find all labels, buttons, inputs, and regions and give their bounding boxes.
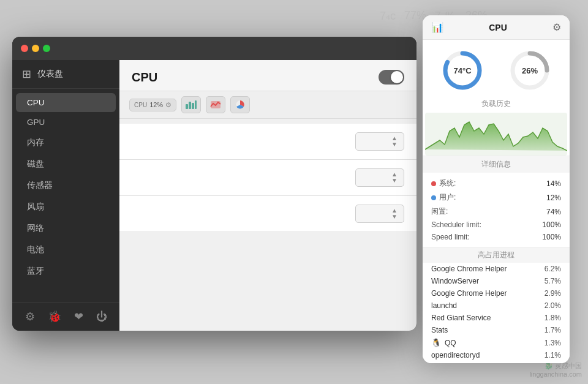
detail-grid: 系统: 14% 用户: 12% 闲置: 74% Scheduler limit:… xyxy=(423,173,570,247)
power-icon[interactable]: ⏻ xyxy=(96,311,107,323)
content-header: CPU xyxy=(119,60,417,91)
process-name-1: WindowServer xyxy=(431,277,479,285)
cpu-widget-badge[interactable]: CPU 12% ⚙ xyxy=(129,99,176,111)
update-interval-select[interactable]: ▲▼ xyxy=(355,132,404,151)
settings-icon-header[interactable]: ⚙ xyxy=(552,21,561,33)
process-count-select[interactable]: ▲▼ xyxy=(355,205,404,223)
watermark: 🐉 灵感中国 lingganchina.com xyxy=(529,361,582,378)
sidebar-item-sensor[interactable]: 传感器 xyxy=(16,175,116,196)
detail-row-scheduler: Scheduler limit: 100% xyxy=(431,219,561,231)
minimize-button[interactable] xyxy=(32,45,39,52)
process-name-2: Google Chrome Helper xyxy=(431,289,507,298)
temp-gauge: 74°C xyxy=(440,48,484,92)
sidebar-label-bluetooth: 蓝牙 xyxy=(27,266,44,277)
heart-icon[interactable]: ❤ xyxy=(74,310,83,323)
gear-icon-small[interactable]: ⚙ xyxy=(165,101,172,109)
process-row-6: 🐧 QQ 1.3% xyxy=(423,336,570,349)
system-dot xyxy=(431,181,436,186)
sidebar-item-bluetooth[interactable]: 蓝牙 xyxy=(16,261,116,282)
process-name-3: launchd xyxy=(431,301,457,310)
chevron-updown-icon: ▲▼ xyxy=(391,135,398,148)
history-chart-svg xyxy=(425,113,567,156)
sidebar-item-network[interactable]: 网络 xyxy=(16,218,116,239)
grid-icon: ⊞ xyxy=(22,67,31,81)
top-interval-select[interactable]: ▲▼ xyxy=(355,168,404,187)
temp-value: 74°C xyxy=(453,66,471,75)
process-list: Google Chrome Helper 6.2% WindowServer 5… xyxy=(423,263,570,363)
qq-icon: 🐧 xyxy=(431,338,441,347)
detail-scheduler-value: 100% xyxy=(542,220,561,229)
sidebar-item-cpu[interactable]: CPU xyxy=(16,93,116,112)
cpu-toggle[interactable] xyxy=(379,70,404,85)
detail-row-system: 系统: 14% xyxy=(431,176,561,190)
detail-scheduler-label: Scheduler limit: xyxy=(431,220,481,229)
sidebar-label-battery: 电池 xyxy=(27,244,44,255)
detail-speed-label: Speed limit: xyxy=(431,233,470,241)
top-processes-label: 高占用进程 xyxy=(423,247,570,263)
maximize-button[interactable] xyxy=(43,45,50,52)
pie-chart-icon xyxy=(235,100,246,110)
chevron-updown-icon-2: ▲▼ xyxy=(391,171,398,184)
detail-row-speed: Speed limit: 100% xyxy=(431,231,561,243)
process-row-3: launchd 2.0% xyxy=(423,299,570,312)
process-name-5: Stats xyxy=(431,326,448,334)
load-history-label: 负载历史 xyxy=(423,96,570,113)
sidebar-item-memory[interactable]: 内存 xyxy=(16,132,116,153)
process-row-1: WindowServer 5.7% xyxy=(423,275,570,287)
app-body: ⊞ 仪表盘 CPU GPU 内存 磁盘 传感器 xyxy=(12,60,417,331)
load-gauge: 26% xyxy=(508,48,552,92)
sidebar-item-fan[interactable]: 风扇 xyxy=(16,197,116,217)
sidebar-label-sensor: 传感器 xyxy=(27,180,53,191)
settings-icon[interactable]: ⚙ xyxy=(25,310,35,323)
widget-badge-icon: CPU xyxy=(134,102,147,108)
app-window: ⊞ 仪表盘 CPU GPU 内存 磁盘 传感器 xyxy=(12,37,417,331)
sidebar-label-gpu: GPU xyxy=(27,118,45,127)
chart-icon-header[interactable]: 📊 xyxy=(431,21,443,33)
process-row-5: Stats 1.7% xyxy=(423,324,570,336)
toggle-knob xyxy=(391,71,403,83)
sidebar-label-disk: 磁盘 xyxy=(27,159,44,170)
user-dot xyxy=(431,195,436,200)
svg-rect-3 xyxy=(195,100,197,109)
bug-icon[interactable]: 🐞 xyxy=(48,310,61,323)
temp-gauge-circle: 74°C xyxy=(440,48,484,92)
sidebar-nav: CPU GPU 内存 磁盘 传感器 风扇 网络 xyxy=(12,89,119,302)
detail-user-value: 12% xyxy=(546,194,561,202)
line-chart-icon xyxy=(210,100,221,109)
sidebar-item-gpu[interactable]: GPU xyxy=(16,113,116,132)
widget-panel-header: 📊 CPU ⚙ xyxy=(423,15,570,40)
detail-user-label: 用户: xyxy=(431,192,456,203)
settings-row-process-count: ▲▼ xyxy=(119,196,417,232)
sidebar-item-battery[interactable]: 电池 xyxy=(16,239,116,260)
widget-panel-title: CPU xyxy=(489,23,507,32)
main-content: CPU CPU 12% ⚙ xyxy=(119,60,417,331)
detail-system-value: 14% xyxy=(546,179,561,188)
process-row-7: opendirectoryd 1.1% xyxy=(423,349,570,363)
details-label: 详细信息 xyxy=(423,156,570,173)
process-value-6: 1.3% xyxy=(545,339,561,347)
detail-idle-value: 74% xyxy=(546,208,561,216)
detail-row-idle: 闲置: 74% xyxy=(431,205,561,219)
bar-chart-icon xyxy=(186,100,197,109)
process-value-0: 6.2% xyxy=(545,265,561,273)
process-row-0: Google Chrome Helper 6.2% xyxy=(423,263,570,275)
widget-badge-value: 12% xyxy=(149,101,163,108)
svg-rect-1 xyxy=(189,102,191,109)
chart-bar-widget-btn[interactable] xyxy=(181,96,201,113)
chart-line-widget-btn[interactable] xyxy=(206,96,225,113)
process-row-2: Google Chrome Helper 2.9% xyxy=(423,287,570,299)
process-value-2: 2.9% xyxy=(545,289,561,298)
sidebar: ⊞ 仪表盘 CPU GPU 内存 磁盘 传感器 xyxy=(12,60,119,331)
load-gauge-circle: 26% xyxy=(508,48,552,92)
sidebar-item-disk[interactable]: 磁盘 xyxy=(16,154,116,175)
process-value-7: 1.1% xyxy=(545,351,561,360)
settings-row-update-interval: ▲▼ xyxy=(119,124,417,160)
settings-list: ▲▼ ▲▼ xyxy=(119,119,417,331)
sidebar-header: ⊞ 仪表盘 xyxy=(12,60,119,89)
title-bar xyxy=(12,37,417,60)
pie-chart-widget-btn[interactable] xyxy=(230,96,250,113)
sidebar-label-fan: 风扇 xyxy=(27,201,44,213)
process-name-4: Red Giant Service xyxy=(431,314,491,322)
process-value-5: 1.7% xyxy=(545,326,561,334)
close-button[interactable] xyxy=(21,45,28,52)
